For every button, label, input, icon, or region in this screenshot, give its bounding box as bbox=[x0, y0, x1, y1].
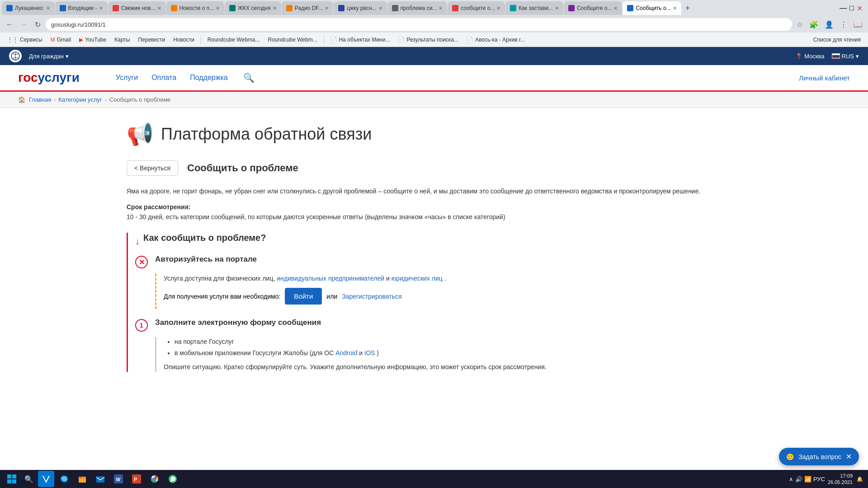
taskbar-notification-button[interactable]: 🔔 bbox=[855, 474, 864, 483]
taskbar-app-whatsapp[interactable] bbox=[165, 471, 181, 487]
chat-widget[interactable]: 🙂 Задать вопрос ✕ bbox=[779, 448, 859, 465]
taskbar-app-explorer[interactable] bbox=[74, 471, 90, 487]
login-button[interactable]: Войти bbox=[285, 288, 322, 305]
taskbar-clock[interactable]: 17:09 26.05.2021 bbox=[828, 473, 853, 486]
for-citizens-menu[interactable]: Для граждан ▾ bbox=[29, 53, 69, 60]
individual-entrepreneurs-link[interactable]: индивидуальных предпринимателей bbox=[277, 275, 384, 282]
nav-payment[interactable]: Оплата bbox=[151, 74, 176, 82]
tab-11[interactable]: Сообщите о... ✕ bbox=[564, 1, 623, 15]
forward-nav-button[interactable]: → bbox=[18, 19, 30, 29]
tab-10-close[interactable]: ✕ bbox=[553, 5, 559, 11]
reading-list-link[interactable]: Список для чтения bbox=[810, 36, 864, 44]
extensions-button[interactable]: 🧩 bbox=[807, 19, 820, 30]
address-input[interactable] bbox=[46, 18, 792, 31]
tab-10[interactable]: Как застави... ✕ bbox=[505, 1, 563, 15]
search-icon[interactable]: 🔍 bbox=[241, 72, 256, 83]
nav-services[interactable]: Услуги bbox=[116, 74, 138, 82]
taskbar-app-1[interactable] bbox=[38, 471, 54, 487]
bookmark-objects[interactable]: 📄 На объектах Мини... bbox=[327, 36, 394, 44]
tab-9-favicon bbox=[452, 5, 458, 11]
tab-6-close[interactable]: ✕ bbox=[323, 5, 329, 11]
bookmark-roundcube1-label: Roundcube Webma... bbox=[208, 37, 260, 43]
tab-11-close[interactable]: ✕ bbox=[612, 5, 618, 11]
taskbar-app-edge[interactable] bbox=[56, 471, 72, 487]
tab-2[interactable]: Входящие - ✕ bbox=[55, 1, 108, 15]
profile-button[interactable]: 👤 bbox=[823, 19, 835, 30]
taskbar-volume-icon[interactable]: 🔊 bbox=[795, 476, 802, 483]
tab-5-close[interactable]: ✕ bbox=[271, 5, 277, 11]
svg-text:W: W bbox=[116, 477, 121, 482]
tab-12-close[interactable]: ✕ bbox=[671, 5, 677, 11]
taskbar-show-hidden-icon[interactable]: ∧ bbox=[789, 476, 793, 483]
browser-menu-button[interactable]: ⋮ bbox=[838, 19, 849, 30]
bookmark-maps[interactable]: Карты bbox=[111, 36, 133, 44]
taskbar-network-icon[interactable]: 📶 bbox=[804, 476, 811, 483]
top-nav-right: 📍 Москва RUS ▾ bbox=[795, 53, 859, 60]
new-tab-button[interactable]: + bbox=[682, 4, 694, 13]
bookmark-roundcube1[interactable]: Roundcube Webma... bbox=[204, 36, 264, 44]
tab-7-close[interactable]: ✕ bbox=[377, 5, 382, 11]
gosuslugi-logo[interactable]: госуслуги bbox=[18, 70, 80, 85]
personal-cabinet-link[interactable]: Личный кабинет bbox=[799, 74, 850, 82]
taskbar-app-powerpoint[interactable]: P bbox=[128, 471, 145, 487]
main-content: 📢 Платформа обратной связи < Вернуться С… bbox=[0, 108, 868, 385]
bookmark-roundcube2[interactable]: Roundcube Webm... bbox=[264, 36, 321, 44]
tab-4-close[interactable]: ✕ bbox=[214, 5, 220, 11]
tab-5[interactable]: ЖКХ сегодня ✕ bbox=[225, 1, 281, 15]
back-button[interactable]: < Вернуться bbox=[127, 160, 178, 176]
tab-7[interactable]: цжку рвсн... ✕ bbox=[334, 1, 387, 15]
tab-4[interactable]: Новости о п... ✕ bbox=[166, 1, 224, 15]
tab-8-close[interactable]: ✕ bbox=[437, 5, 443, 11]
bookmark-star-button[interactable]: ☆ bbox=[795, 19, 805, 30]
tab-9[interactable]: сообщите о... ✕ bbox=[448, 1, 505, 15]
tab-6-label: Радио DF... bbox=[295, 5, 323, 11]
maximize-button[interactable]: □ bbox=[849, 4, 854, 13]
register-link[interactable]: Зарегистрироваться bbox=[342, 293, 401, 300]
minimize-button[interactable]: — bbox=[840, 4, 847, 13]
bookmark-results[interactable]: 📄 Результаты поиска... bbox=[394, 36, 462, 44]
tab-3-close[interactable]: ✕ bbox=[156, 5, 161, 11]
step-1-container: 1 Заполните электронную форму сообщения bbox=[135, 318, 741, 332]
bookmark-avosyka[interactable]: 📄 Авось-ка - Архив г... bbox=[463, 36, 528, 44]
bookmark-services[interactable]: ⋮⋮ Сервисы bbox=[4, 36, 46, 44]
legal-entities-link[interactable]: юридических лиц bbox=[392, 275, 443, 282]
taskbar-lang-label[interactable]: РУС bbox=[813, 476, 825, 483]
tab-3[interactable]: Свежие нов... ✕ bbox=[108, 1, 166, 15]
tab-8[interactable]: проблема си... ✕ bbox=[387, 1, 448, 15]
start-button[interactable] bbox=[4, 472, 20, 486]
taskbar-app-word[interactable]: W bbox=[110, 471, 127, 487]
taskbar-app-mail[interactable] bbox=[92, 471, 108, 487]
reload-button[interactable]: ↻ bbox=[33, 19, 43, 30]
svg-rect-4 bbox=[12, 479, 16, 483]
language-selector[interactable]: RUS ▾ bbox=[832, 53, 859, 60]
ios-link[interactable]: iOS bbox=[364, 349, 375, 357]
chat-close-button[interactable]: ✕ bbox=[846, 452, 852, 461]
breadcrumb-category[interactable]: Категории услуг bbox=[58, 96, 102, 103]
tab-12[interactable]: Сообщить о... ✕ bbox=[623, 1, 681, 15]
tab-9-close[interactable]: ✕ bbox=[495, 5, 500, 11]
flag-icon bbox=[832, 53, 840, 59]
tab-5-favicon bbox=[229, 5, 236, 11]
bookmark-gmail[interactable]: M Gmail bbox=[47, 36, 75, 44]
android-link[interactable]: Android bbox=[335, 349, 357, 357]
bookmark-youtube[interactable]: ▶ YouTube bbox=[75, 36, 110, 44]
tab-1[interactable]: Лукашенко: ✕ bbox=[2, 1, 55, 15]
step-authorize-content: Авторизуйтесь на портале bbox=[155, 255, 741, 268]
breadcrumb-home[interactable]: Главная bbox=[29, 96, 51, 103]
close-window-button[interactable]: ✕ bbox=[857, 4, 863, 13]
main-nav: Услуги Оплата Поддержка 🔍 bbox=[116, 72, 256, 83]
arrow-down-icon: ↓ bbox=[135, 236, 140, 247]
nav-support[interactable]: Поддержка bbox=[190, 74, 227, 82]
reading-list-button[interactable]: 📖 bbox=[852, 19, 864, 30]
bookmark-news[interactable]: Новости bbox=[170, 36, 198, 44]
tab-1-close[interactable]: ✕ bbox=[44, 5, 50, 11]
tab-9-label: сообщите о... bbox=[461, 5, 495, 11]
taskbar-search-button[interactable]: 🔍 bbox=[22, 472, 36, 486]
taskbar-app-chrome[interactable] bbox=[146, 471, 163, 487]
bookmark-translate[interactable]: Перевести bbox=[134, 36, 169, 44]
tab-2-close[interactable]: ✕ bbox=[97, 5, 103, 11]
step-x-icon: ✕ bbox=[135, 256, 148, 268]
back-nav-button[interactable]: ← bbox=[4, 19, 15, 29]
location-selector[interactable]: 📍 Москва bbox=[795, 53, 824, 60]
tab-6[interactable]: Радио DF... ✕ bbox=[282, 1, 334, 15]
